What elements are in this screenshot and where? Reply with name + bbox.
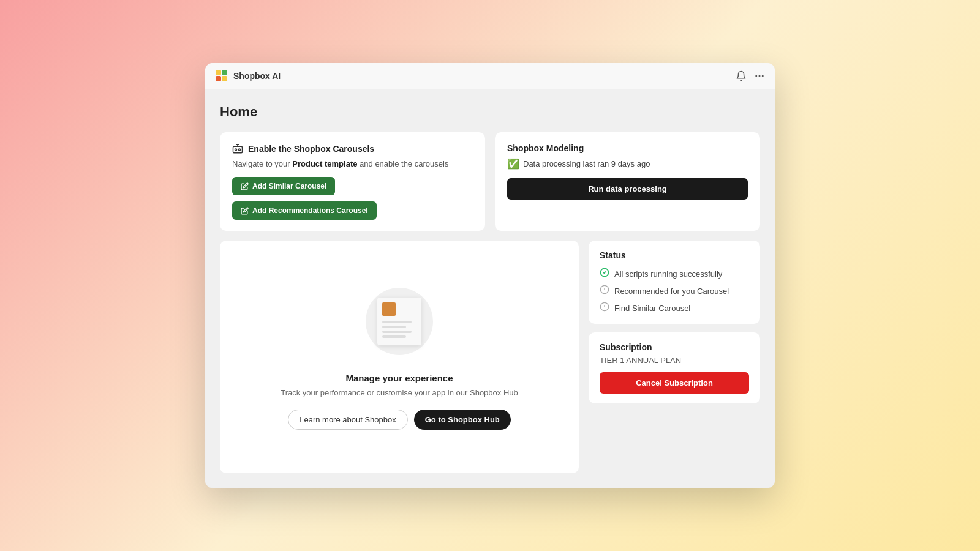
carousels-card-title: Enable the Shopbox Carousels	[232, 143, 473, 154]
carousels-card: Enable the Shopbox Carousels Navigate to…	[220, 132, 485, 231]
doc-line-3	[382, 331, 412, 333]
modeling-card-title: Shopbox Modeling	[507, 143, 748, 153]
status-item-2: Find Similar Carousel	[600, 302, 749, 314]
pencil2-icon	[241, 207, 249, 215]
status-item-0: All scripts running successfully	[600, 268, 749, 280]
carousels-card-subtitle: Navigate to your Product template and en…	[232, 159, 473, 168]
app-title: Shopbox AI	[233, 71, 281, 81]
doc-line-2	[382, 326, 406, 328]
learn-more-button[interactable]: Learn more about Shopbox	[288, 410, 408, 430]
go-to-hub-button[interactable]: Go to Shopbox Hub	[414, 410, 511, 430]
page-title: Home	[220, 104, 760, 120]
main-card: Manage your experience Track your perfor…	[220, 241, 579, 473]
subscription-plan: TIER 1 ANNUAL PLAN	[600, 356, 749, 365]
subscription-card: Subscription TIER 1 ANNUAL PLAN Cancel S…	[589, 332, 760, 403]
more-options-button[interactable]	[754, 70, 765, 81]
svg-point-6	[762, 75, 764, 77]
doc-square	[382, 302, 396, 316]
status-ok-icon	[600, 268, 609, 280]
svg-point-4	[755, 75, 757, 77]
status-card-title: Status	[600, 250, 749, 260]
main-card-buttons: Learn more about Shopbox Go to Shopbox H…	[288, 410, 511, 430]
carousel-title-icon	[232, 143, 243, 154]
bottom-section: Manage your experience Track your perfor…	[220, 241, 760, 473]
app-window: Shopbox AI Home	[205, 63, 775, 488]
status-item-1: Recommended for you Carousel	[600, 285, 749, 297]
titlebar-right	[736, 70, 765, 81]
modeling-card: Shopbox Modeling ✅ Data processing last …	[495, 132, 760, 231]
pencil-icon	[241, 182, 249, 190]
svg-rect-3	[222, 70, 227, 75]
svg-rect-0	[216, 76, 221, 81]
status-card: Status All scripts running successfully …	[589, 241, 760, 324]
svg-point-9	[239, 149, 241, 151]
modeling-status: ✅ Data processing last ran 9 days ago	[507, 158, 748, 170]
svg-rect-1	[222, 76, 227, 81]
add-similar-carousel-button[interactable]: Add Similar Carousel	[232, 177, 335, 195]
illustration-doc	[377, 298, 421, 345]
doc-line-4	[382, 335, 406, 338]
status-warn-icon-2	[600, 302, 609, 314]
main-card-title: Manage your experience	[345, 373, 453, 383]
side-cards: Status All scripts running successfully …	[589, 241, 760, 473]
check-circle-icon: ✅	[507, 158, 519, 170]
carousel-buttons: Add Similar Carousel Add Recommendations…	[232, 177, 473, 220]
status-warn-icon-1	[600, 285, 609, 297]
cancel-subscription-button[interactable]: Cancel Subscription	[600, 372, 749, 394]
notifications-button[interactable]	[736, 70, 747, 81]
app-logo-icon	[215, 69, 228, 83]
svg-point-5	[759, 75, 761, 77]
page-content: Home Enable the Shopbox Carousels Naviga…	[205, 89, 775, 488]
top-cards: Enable the Shopbox Carousels Navigate to…	[220, 132, 760, 231]
illustration	[363, 285, 436, 358]
doc-line-1	[382, 321, 412, 323]
svg-rect-2	[216, 70, 221, 75]
svg-point-8	[235, 149, 237, 151]
titlebar-left: Shopbox AI	[215, 69, 281, 83]
run-data-processing-button[interactable]: Run data processing	[507, 178, 748, 200]
main-card-subtitle: Track your performance or customise your…	[281, 388, 518, 397]
titlebar: Shopbox AI	[205, 63, 775, 89]
add-recommendations-carousel-button[interactable]: Add Recommendations Carousel	[232, 201, 377, 220]
subscription-card-title: Subscription	[600, 342, 749, 352]
